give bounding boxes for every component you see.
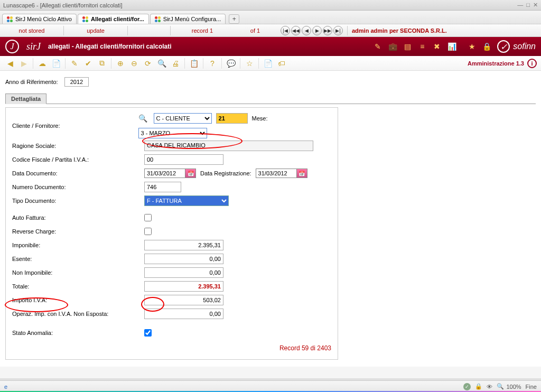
maximize-icon[interactable]: □ bbox=[526, 2, 530, 8]
minimize-icon[interactable]: — bbox=[517, 2, 523, 8]
browser-tabbar: SirJ Menù Ciclo Attivo Allegati clienti/… bbox=[0, 11, 541, 24]
detail-panel: Cliente / Fornitore: 🔍 C - CLIENTE Mese:… bbox=[5, 107, 338, 360]
cliente-fornitore-select[interactable]: C - CLIENTE bbox=[154, 113, 212, 124]
tab-label: SirJ Menù Ciclo Attivo bbox=[15, 16, 72, 22]
chart-icon[interactable]: 📊 bbox=[446, 41, 457, 52]
tipo-doc-select[interactable]: F - FATTURA bbox=[144, 195, 229, 206]
refresh-icon[interactable]: ⟳ bbox=[142, 58, 154, 69]
totale-value bbox=[144, 281, 223, 292]
copy-icon[interactable]: ⧉ bbox=[96, 58, 108, 69]
data-reg-field[interactable]: 📅 bbox=[256, 169, 307, 178]
window-titlebar: Lunascape6 - [Allegati clienti/fornitori… bbox=[0, 0, 541, 11]
record-nav: |◀ ◀◀ ◀ ▶ ▶▶ ▶| bbox=[276, 26, 347, 35]
app-brand: sirJ bbox=[26, 41, 41, 52]
search-icon[interactable]: 🔍 bbox=[156, 58, 167, 69]
cfiva-input[interactable] bbox=[144, 154, 223, 165]
nav-prev-icon[interactable]: ◀ bbox=[302, 26, 311, 35]
help-icon[interactable]: ? bbox=[207, 58, 218, 69]
record-status-bar: not stored update record 1 of 1 |◀ ◀◀ ◀ … bbox=[0, 24, 541, 37]
data-reg-label: Data Registrazione: bbox=[200, 170, 251, 176]
imponibile-label: Imponibile: bbox=[12, 242, 144, 248]
zoom-icon: 🔍 bbox=[497, 383, 504, 390]
nav-first-icon[interactable]: |◀ bbox=[281, 26, 290, 35]
auto-fattura-checkbox[interactable] bbox=[144, 214, 152, 221]
browser-status-bar: e ✓ 🔒 👁 🔍 100% Fine bbox=[0, 380, 541, 392]
add-tab-button[interactable]: + bbox=[229, 14, 239, 24]
tab-dettagliata[interactable]: Dettagliata bbox=[5, 94, 46, 104]
zoom-value: 100% bbox=[506, 384, 521, 390]
browser-tab-allegati[interactable]: Allegati clienti/for... bbox=[78, 14, 149, 24]
forward-icon[interactable]: ▶ bbox=[18, 58, 30, 69]
page-icon[interactable]: 📄 bbox=[262, 58, 274, 69]
calendar-icon[interactable]: 📅 bbox=[185, 169, 195, 178]
importo-iva-value bbox=[144, 295, 223, 305]
pen-icon[interactable]: ✎ bbox=[372, 41, 383, 52]
close-icon[interactable]: ✕ bbox=[533, 2, 538, 8]
ragione-value: CASA DEL RICAMBIO bbox=[144, 141, 313, 151]
zoom-control[interactable]: 🔍 100% bbox=[497, 383, 521, 390]
num-doc-input[interactable] bbox=[144, 182, 181, 192]
window-controls: — □ ✕ bbox=[517, 2, 538, 8]
edit-icon[interactable]: ✎ bbox=[69, 58, 80, 69]
esente-value bbox=[144, 254, 223, 264]
doc-icon[interactable]: 📄 bbox=[50, 58, 62, 69]
nav-next-icon[interactable]: ▶ bbox=[312, 26, 322, 35]
check-icon[interactable]: ✔ bbox=[82, 58, 94, 69]
tag-icon[interactable]: 🏷 bbox=[276, 58, 287, 69]
list-icon[interactable]: ≡ bbox=[417, 41, 427, 52]
detail-tabs: Dettagliata bbox=[5, 93, 536, 104]
browser-tab-ciclo[interactable]: SirJ Menù Ciclo Attivo bbox=[2, 14, 77, 24]
main-content: Anno di Riferimento: 2012 Dettagliata Cl… bbox=[0, 71, 541, 367]
tools-icon[interactable]: ✖ bbox=[432, 41, 442, 52]
status-of: of 1 bbox=[234, 27, 276, 34]
reverse-checkbox[interactable] bbox=[144, 228, 152, 235]
data-doc-field[interactable]: 📅 bbox=[144, 169, 196, 178]
nav-fastback-icon[interactable]: ◀◀ bbox=[291, 26, 301, 35]
briefcase-icon[interactable]: 💼 bbox=[387, 41, 398, 52]
num-doc-label: Numero Documento: bbox=[12, 184, 144, 190]
page-status: Fine bbox=[526, 384, 537, 390]
status-not-stored: not stored bbox=[0, 27, 63, 34]
cliente-code-input[interactable] bbox=[216, 113, 248, 124]
breadcrumb: allegati - Allegati clienti/fornitori ca… bbox=[48, 43, 172, 50]
auto-fattura-label: Auto Fattura: bbox=[12, 214, 144, 221]
chat-icon[interactable]: 💬 bbox=[225, 58, 237, 69]
browser-tab-configura[interactable]: SirJ Menù Configura... bbox=[150, 14, 226, 24]
non-imp-label: Non Imponibile: bbox=[12, 269, 144, 276]
mese-label: Mese: bbox=[252, 115, 268, 122]
lock-icon[interactable]: 🔒 bbox=[481, 41, 492, 52]
record-counter: Record 59 di 2403 bbox=[12, 340, 331, 352]
totale-label: Totale: bbox=[12, 283, 144, 290]
print-icon[interactable]: 🖨 bbox=[170, 58, 181, 69]
zoom-in-icon[interactable]: ⊕ bbox=[115, 58, 126, 69]
admin-user-label: admin admin per SECONDA S.R.L. bbox=[348, 27, 447, 34]
lock-status-icon: 🔒 bbox=[475, 383, 482, 390]
calendar-icon[interactable]: 📅 bbox=[296, 169, 307, 178]
window-title: Lunascape6 - [Allegati clienti/fornitori… bbox=[3, 2, 517, 8]
favorite-icon[interactable]: ☆ bbox=[244, 58, 255, 69]
zoom-out-icon[interactable]: ⊖ bbox=[128, 58, 140, 69]
star-icon[interactable]: ★ bbox=[467, 41, 477, 52]
nav-fastfwd-icon[interactable]: ▶▶ bbox=[323, 26, 332, 35]
oper-iva-label: Operaz. Imp. con I.V.A. Non Esposta: bbox=[12, 311, 144, 317]
nav-last-icon[interactable]: ▶| bbox=[333, 26, 343, 35]
status-update: update bbox=[64, 27, 127, 34]
lookup-icon[interactable]: 🔍 bbox=[138, 114, 150, 123]
eye-icon: 👁 bbox=[487, 384, 492, 390]
sofinn-icon: ✓ bbox=[497, 40, 510, 53]
stato-anomalia-checkbox[interactable] bbox=[144, 329, 152, 337]
calc-icon[interactable]: ▤ bbox=[402, 41, 413, 52]
cfiva-label: Codice Fiscale / Partita I.V.A.: bbox=[12, 156, 144, 163]
mese-select[interactable]: 3 - MARZO bbox=[138, 128, 207, 138]
non-imp-value bbox=[144, 267, 223, 278]
info-icon[interactable]: i bbox=[527, 59, 537, 68]
esente-label: Esente: bbox=[12, 256, 144, 262]
cloud-icon[interactable]: ☁ bbox=[36, 58, 48, 69]
ie-icon: e bbox=[4, 384, 15, 390]
main-toolbar: ◀ ▶ ☁ 📄 ✎ ✔ ⧉ ⊕ ⊖ ⟳ 🔍 🖨 📋 ? 💬 ☆ 📄 🏷 Ammi… bbox=[0, 56, 541, 71]
form-icon[interactable]: 📋 bbox=[188, 58, 200, 69]
back-icon[interactable]: ◀ bbox=[4, 58, 16, 69]
cliente-fornitore-label: Cliente / Fornitore: bbox=[12, 123, 138, 129]
tab-label: Allegati clienti/for... bbox=[91, 16, 144, 22]
tab-label: SirJ Menù Configura... bbox=[163, 16, 221, 22]
